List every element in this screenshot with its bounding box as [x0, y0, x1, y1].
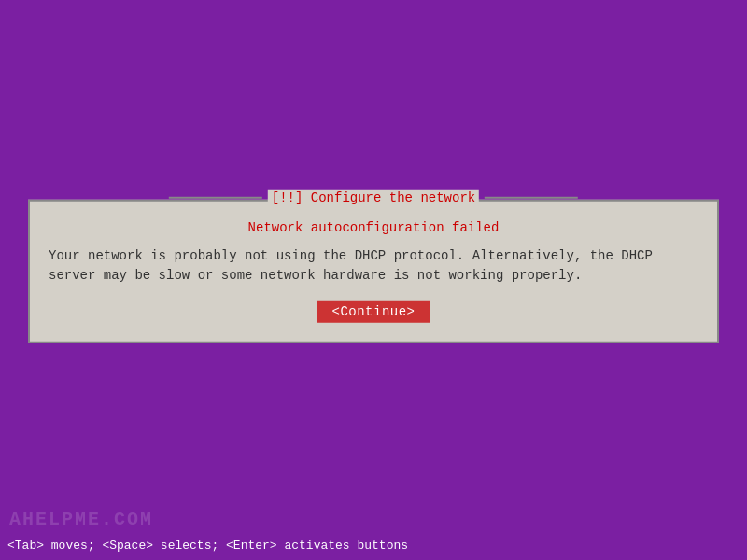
error-message: Network autoconfiguration failed — [49, 220, 698, 235]
title-border-left — [169, 197, 262, 199]
dialog-container: [!!] Configure the network Network autoc… — [28, 200, 719, 343]
watermark-text: AHELРМЕ.СОМ — [9, 509, 153, 530]
description-text: Your network is probably not using the D… — [49, 246, 698, 286]
dialog-title: [!!] Configure the network — [268, 190, 479, 205]
dialog-box: [!!] Configure the network Network autoc… — [28, 200, 719, 343]
bottom-hint: <Tab> moves; <Space> selects; <Enter> ac… — [0, 539, 747, 553]
continue-button[interactable]: <Continue> — [317, 301, 430, 323]
button-row: <Continue> — [49, 301, 698, 323]
title-bar: [!!] Configure the network — [169, 190, 578, 205]
title-border-right — [485, 197, 578, 199]
